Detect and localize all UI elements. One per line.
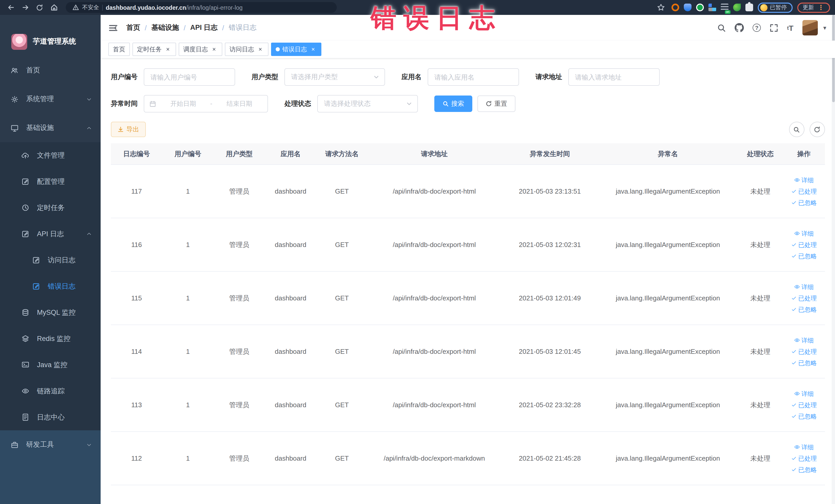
action-detail-link[interactable]: 详细 [794,335,814,345]
cell-app-name: dashboard [265,348,316,355]
cell-user-id: 1 [162,187,213,195]
cell-actions: 详细已处理已忽略 [783,282,824,315]
extension-icon[interactable] [733,4,740,11]
forward-icon[interactable] [20,2,31,13]
breadcrumb-item[interactable]: API 日志 [190,23,218,32]
sidebar-item-access-log[interactable]: 访问日志 [0,247,101,273]
app-logo-row[interactable]: 芋道管理系统 [0,15,101,56]
action-detail-link[interactable]: 详细 [794,175,814,185]
action-processed-link[interactable]: 已处理 [791,186,817,196]
sidebar-item-dev-tools[interactable]: 研发工具 [0,430,101,459]
filter-app-name: 应用名 [402,68,519,86]
sidebar-item-home[interactable]: 首页 [0,56,101,85]
action-ignored-link[interactable]: 已忽略 [791,198,817,208]
app-title: 芋道管理系统 [33,37,76,46]
search-button[interactable]: 搜索 [434,96,472,112]
sidebar-item-error-log[interactable]: 错误日志 [0,273,101,299]
avatar[interactable] [802,20,817,36]
action-processed-link[interactable]: 已处理 [791,400,817,410]
action-ignored-link[interactable]: 已忽略 [791,464,817,475]
close-icon[interactable]: × [257,46,264,53]
sidebar-item-mysql[interactable]: MySQL 监控 [0,299,101,326]
toggle-search-button[interactable] [789,122,804,137]
action-processed-link[interactable]: 已处理 [791,346,817,357]
chevron-up-icon [86,125,92,131]
extension-icon[interactable] [708,4,716,11]
action-ignored-link[interactable]: 已忽略 [791,411,817,421]
help-icon[interactable]: ? [753,24,761,32]
sidebar-item-api-log[interactable]: API 日志 [0,221,101,247]
extension-icon[interactable] [684,4,691,11]
field-label: 应用名 [402,73,422,82]
extension-icon[interactable] [671,4,679,11]
action-processed-link[interactable]: 已处理 [791,293,817,303]
date-range-picker[interactable]: 开始日期 - 结束日期 [144,95,268,113]
sidebar-item-log-center[interactable]: 日志中心 [0,404,101,430]
tag-item[interactable]: 定时任务× [133,43,176,56]
user-id-input[interactable] [144,68,235,86]
table-row: 1131管理员dashboardGET/api/infra/db-doc/exp… [111,379,825,432]
home-icon[interactable] [48,2,60,13]
reset-button[interactable]: 重置 [477,96,515,112]
tag-item[interactable]: 首页 [108,43,130,56]
sidebar-item-system[interactable]: 系统管理 [0,85,101,114]
fullscreen-icon[interactable] [770,23,778,32]
search-icon[interactable] [717,23,726,32]
breadcrumb-item[interactable]: 首页 [126,23,140,32]
close-icon[interactable]: × [309,46,317,53]
tag-active-item[interactable]: 错误日志× [271,43,321,56]
action-detail-link[interactable]: 详细 [794,282,814,292]
filter-process-status: 处理状态 请选择处理状态 [284,95,418,113]
update-button[interactable]: 更新 ⋮ [797,2,830,13]
chevron-down-icon[interactable]: ▼ [822,25,827,31]
request-url-input[interactable] [568,68,660,86]
paused-badge[interactable]: 已暂停 [757,2,792,13]
kebab-menu-icon[interactable]: ⋮ [817,4,824,11]
tag-item[interactable]: 调度日志× [179,43,222,56]
sidebar-item-tracer[interactable]: 链路追踪 [0,378,101,404]
process-status-select[interactable]: 请选择处理状态 [317,95,418,113]
action-ignored-link[interactable]: 已忽略 [791,304,817,315]
extension-icon[interactable] [720,4,728,11]
action-ignored-link[interactable]: 已忽略 [791,358,817,368]
sidebar-item-file[interactable]: 文件管理 [0,142,101,168]
extension-icon[interactable] [696,4,704,11]
scrollbar[interactable] [831,15,835,504]
scrollbar-thumb[interactable] [832,15,834,102]
action-detail-link[interactable]: 详细 [794,228,814,239]
action-processed-link[interactable]: 已处理 [791,453,817,463]
check-icon [791,295,797,301]
hamburger-icon[interactable] [108,23,118,33]
sidebar-item-redis[interactable]: Redis 监控 [0,326,101,352]
reload-icon[interactable] [34,2,45,13]
export-button[interactable]: 导出 [111,122,146,137]
sidebar-item-config[interactable]: 配置管理 [0,168,101,195]
github-icon[interactable] [735,23,744,32]
refresh-button[interactable] [809,122,825,137]
emoji-icon [760,4,767,11]
sidebar-item-java[interactable]: Java 监控 [0,352,101,378]
action-detail-link[interactable]: 详细 [794,388,814,399]
tag-item[interactable]: 访问日志× [225,43,268,56]
back-icon[interactable] [5,2,16,13]
column-header: 请求方法名 [316,149,368,158]
bookmark-star-icon[interactable] [655,2,667,13]
toolbox-icon [11,441,19,448]
cell-log-id: 113 [111,401,162,409]
sidebar-item-job[interactable]: 定时任务 [0,195,101,221]
user-type-select[interactable]: 请选择用户类型 [284,68,385,86]
address-bar[interactable]: 不安全 dashboard.yudao.iocoder.cn/infra/log… [66,2,337,13]
extensions-puzzle-icon[interactable] [745,4,753,11]
sidebar-item-infra[interactable]: 基础设施 [0,114,101,142]
font-size-icon[interactable]: tT [787,23,793,32]
table-row: 1151管理员dashboardGET/api/infra/db-doc/exp… [111,271,825,325]
breadcrumb-item[interactable]: 基础设施 [151,23,179,32]
column-header: 请求地址 [368,149,501,158]
close-icon[interactable]: × [164,46,171,53]
action-processed-link[interactable]: 已处理 [791,240,817,250]
app-name-input[interactable] [428,68,519,86]
action-ignored-link[interactable]: 已忽略 [791,251,817,261]
close-icon[interactable]: × [210,46,218,53]
action-detail-link[interactable]: 详细 [794,442,814,452]
not-secure-icon[interactable] [72,2,79,13]
